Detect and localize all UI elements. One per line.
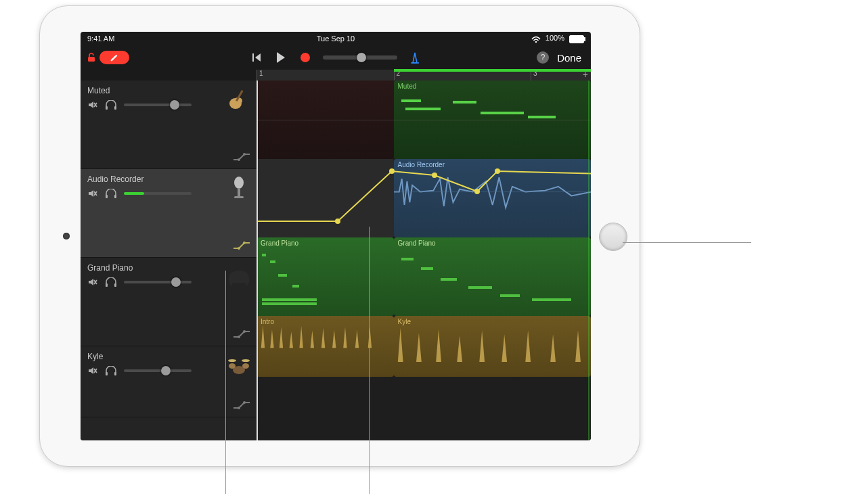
svg-point-20 (238, 247, 240, 250)
mute-icon[interactable] (87, 365, 98, 376)
svg-rect-18 (238, 188, 240, 196)
svg-point-29 (243, 330, 246, 333)
svg-rect-26 (230, 283, 232, 285)
automation-toggle[interactable] (232, 399, 251, 411)
svg-rect-32 (106, 372, 108, 375)
track-header-grand-piano[interactable]: Grand Piano (81, 258, 257, 346)
track-header-audio-recorder[interactable]: Audio Recorder (81, 169, 257, 258)
drums-icon[interactable] (227, 353, 251, 377)
microphone-icon[interactable] (227, 176, 251, 200)
svg-point-28 (238, 336, 240, 338)
region-piano-2[interactable]: Grand Piano (394, 237, 591, 316)
svg-point-12 (243, 153, 246, 156)
track-header-muted[interactable]: Muted (81, 81, 257, 169)
svg-point-17 (234, 177, 244, 189)
camera-dot (63, 233, 70, 239)
drum-waveform-icon (257, 316, 394, 352)
go-to-start-button[interactable] (250, 51, 263, 64)
timeline-ruler[interactable]: 1 2 3 + (257, 70, 591, 81)
automation-toggle[interactable] (232, 239, 251, 252)
svg-point-38 (242, 359, 250, 362)
headphones-icon[interactable] (105, 189, 117, 198)
svg-point-35 (229, 363, 236, 369)
track-volume-slider[interactable] (124, 281, 192, 283)
wifi-icon (531, 36, 541, 43)
playhead[interactable] (257, 81, 258, 440)
automation-toggle[interactable] (232, 151, 251, 163)
track-volume-slider[interactable] (124, 369, 192, 372)
guitar-icon[interactable] (227, 87, 251, 112)
region-intro[interactable]: Intro (257, 316, 394, 377)
status-bar: 9:41 AM Tue Sep 10 100% (81, 32, 591, 45)
callout-line (225, 271, 226, 494)
region-piano-1[interactable]: Grand Piano (257, 237, 394, 316)
bar-marker-1: 1 (257, 70, 263, 81)
toolbar: ? Done (81, 45, 591, 70)
callout-line (369, 227, 370, 494)
svg-rect-15 (106, 195, 108, 198)
metronome-button[interactable] (408, 51, 422, 64)
battery-pct: 100% (546, 34, 564, 42)
svg-rect-2 (252, 53, 254, 62)
svg-rect-33 (114, 372, 116, 375)
svg-rect-25 (114, 283, 116, 287)
region-label: Grand Piano (398, 239, 436, 247)
region-label: Grand Piano (261, 239, 298, 247)
region-audio-empty[interactable] (257, 159, 394, 237)
ipad-frame: 9:41 AM Tue Sep 10 100% (39, 5, 640, 467)
section-end-marker (588, 81, 589, 440)
app-screen: 9:41 AM Tue Sep 10 100% (81, 32, 591, 440)
region-audio-recorder[interactable]: Audio Recorder (394, 159, 591, 237)
track-volume-slider[interactable] (124, 192, 192, 195)
status-time: 9:41 AM (87, 35, 114, 43)
headphones-icon[interactable] (105, 100, 117, 110)
svg-rect-19 (234, 196, 244, 198)
mute-icon[interactable] (87, 277, 98, 288)
home-button[interactable] (599, 223, 627, 251)
callout-line (623, 242, 751, 243)
waveform-icon (394, 159, 591, 225)
track-headers-panel: Muted (81, 81, 257, 440)
headphones-icon[interactable] (105, 277, 117, 287)
piano-icon[interactable] (227, 265, 251, 289)
timeline[interactable]: Muted Audio (257, 81, 591, 440)
svg-point-0 (535, 41, 537, 42)
section-strip (394, 69, 591, 72)
region-kyle[interactable]: Kyle (394, 316, 591, 377)
svg-point-21 (243, 242, 246, 244)
svg-point-37 (228, 359, 236, 362)
svg-rect-27 (246, 283, 248, 285)
drum-waveform-icon (394, 316, 591, 369)
headphones-icon[interactable] (105, 366, 117, 375)
master-volume-slider[interactable] (323, 55, 397, 60)
mute-icon[interactable] (87, 188, 98, 199)
track-name: Audio Recorder (87, 175, 250, 184)
svg-rect-6 (106, 106, 108, 110)
automation-toggle[interactable] (232, 328, 251, 340)
svg-rect-7 (114, 106, 116, 110)
svg-point-40 (243, 401, 246, 404)
svg-point-36 (242, 363, 249, 369)
svg-rect-24 (106, 283, 108, 287)
mute-icon[interactable] (87, 99, 98, 110)
region-label: Muted (398, 83, 417, 90)
svg-point-39 (238, 407, 240, 409)
status-date: Tue Sep 10 (81, 35, 591, 43)
status-right: 100% (531, 34, 584, 43)
record-button[interactable] (298, 51, 312, 64)
track-volume-slider[interactable] (124, 104, 192, 106)
battery-icon (569, 35, 584, 43)
svg-rect-16 (114, 195, 116, 198)
track-header-kyle[interactable]: Kyle (81, 346, 257, 417)
track-name: Muted (87, 86, 250, 95)
play-button[interactable] (274, 51, 288, 64)
svg-point-11 (238, 158, 240, 161)
